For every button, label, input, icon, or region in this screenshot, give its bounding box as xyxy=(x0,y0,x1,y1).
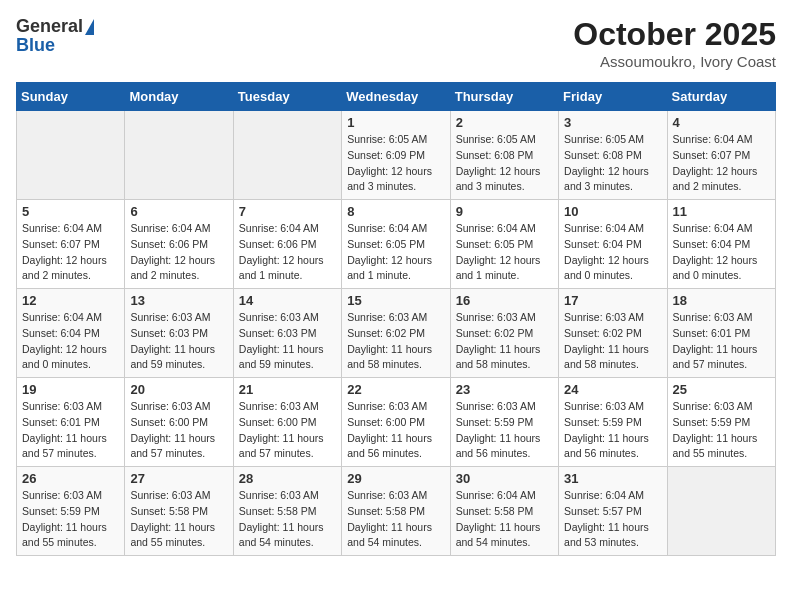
calendar-cell: 3Sunrise: 6:05 AM Sunset: 6:08 PM Daylig… xyxy=(559,111,667,200)
calendar-cell: 2Sunrise: 6:05 AM Sunset: 6:08 PM Daylig… xyxy=(450,111,558,200)
day-number: 24 xyxy=(564,382,661,397)
calendar-cell: 25Sunrise: 6:03 AM Sunset: 5:59 PM Dayli… xyxy=(667,378,775,467)
day-number: 10 xyxy=(564,204,661,219)
day-info: Sunrise: 6:03 AM Sunset: 6:03 PM Dayligh… xyxy=(130,310,227,373)
day-number: 27 xyxy=(130,471,227,486)
day-number: 22 xyxy=(347,382,444,397)
weekday-header: Tuesday xyxy=(233,83,341,111)
day-info: Sunrise: 6:04 AM Sunset: 6:07 PM Dayligh… xyxy=(22,221,119,284)
day-info: Sunrise: 6:03 AM Sunset: 6:00 PM Dayligh… xyxy=(347,399,444,462)
calendar-week-row: 1Sunrise: 6:05 AM Sunset: 6:09 PM Daylig… xyxy=(17,111,776,200)
day-number: 13 xyxy=(130,293,227,308)
day-info: Sunrise: 6:05 AM Sunset: 6:08 PM Dayligh… xyxy=(456,132,553,195)
day-info: Sunrise: 6:04 AM Sunset: 6:06 PM Dayligh… xyxy=(239,221,336,284)
day-info: Sunrise: 6:04 AM Sunset: 6:05 PM Dayligh… xyxy=(347,221,444,284)
calendar-cell: 8Sunrise: 6:04 AM Sunset: 6:05 PM Daylig… xyxy=(342,200,450,289)
month-title: October 2025 xyxy=(573,16,776,53)
day-info: Sunrise: 6:03 AM Sunset: 5:59 PM Dayligh… xyxy=(564,399,661,462)
calendar-week-row: 26Sunrise: 6:03 AM Sunset: 5:59 PM Dayli… xyxy=(17,467,776,556)
calendar-cell: 12Sunrise: 6:04 AM Sunset: 6:04 PM Dayli… xyxy=(17,289,125,378)
calendar-cell: 15Sunrise: 6:03 AM Sunset: 6:02 PM Dayli… xyxy=(342,289,450,378)
weekday-header: Friday xyxy=(559,83,667,111)
calendar-cell: 9Sunrise: 6:04 AM Sunset: 6:05 PM Daylig… xyxy=(450,200,558,289)
calendar-cell: 22Sunrise: 6:03 AM Sunset: 6:00 PM Dayli… xyxy=(342,378,450,467)
calendar-cell xyxy=(125,111,233,200)
calendar-week-row: 19Sunrise: 6:03 AM Sunset: 6:01 PM Dayli… xyxy=(17,378,776,467)
day-number: 3 xyxy=(564,115,661,130)
day-info: Sunrise: 6:05 AM Sunset: 6:09 PM Dayligh… xyxy=(347,132,444,195)
day-number: 19 xyxy=(22,382,119,397)
page-header: General Blue October 2025 Assoumoukro, I… xyxy=(16,16,776,70)
logo-arrow-icon xyxy=(85,19,94,35)
day-number: 6 xyxy=(130,204,227,219)
day-number: 11 xyxy=(673,204,770,219)
day-info: Sunrise: 6:03 AM Sunset: 6:01 PM Dayligh… xyxy=(673,310,770,373)
day-number: 31 xyxy=(564,471,661,486)
location-subtitle: Assoumoukro, Ivory Coast xyxy=(573,53,776,70)
calendar-cell: 21Sunrise: 6:03 AM Sunset: 6:00 PM Dayli… xyxy=(233,378,341,467)
logo: General Blue xyxy=(16,16,94,56)
calendar-cell: 23Sunrise: 6:03 AM Sunset: 5:59 PM Dayli… xyxy=(450,378,558,467)
calendar-cell: 14Sunrise: 6:03 AM Sunset: 6:03 PM Dayli… xyxy=(233,289,341,378)
calendar-cell: 27Sunrise: 6:03 AM Sunset: 5:58 PM Dayli… xyxy=(125,467,233,556)
day-info: Sunrise: 6:03 AM Sunset: 5:59 PM Dayligh… xyxy=(673,399,770,462)
day-number: 20 xyxy=(130,382,227,397)
calendar-cell: 11Sunrise: 6:04 AM Sunset: 6:04 PM Dayli… xyxy=(667,200,775,289)
calendar-week-row: 5Sunrise: 6:04 AM Sunset: 6:07 PM Daylig… xyxy=(17,200,776,289)
day-info: Sunrise: 6:05 AM Sunset: 6:08 PM Dayligh… xyxy=(564,132,661,195)
logo-blue-text: Blue xyxy=(16,35,55,56)
calendar-cell: 26Sunrise: 6:03 AM Sunset: 5:59 PM Dayli… xyxy=(17,467,125,556)
calendar-header-row: SundayMondayTuesdayWednesdayThursdayFrid… xyxy=(17,83,776,111)
day-info: Sunrise: 6:04 AM Sunset: 5:58 PM Dayligh… xyxy=(456,488,553,551)
calendar-cell: 18Sunrise: 6:03 AM Sunset: 6:01 PM Dayli… xyxy=(667,289,775,378)
day-number: 15 xyxy=(347,293,444,308)
day-info: Sunrise: 6:03 AM Sunset: 5:59 PM Dayligh… xyxy=(456,399,553,462)
day-number: 4 xyxy=(673,115,770,130)
calendar-cell: 7Sunrise: 6:04 AM Sunset: 6:06 PM Daylig… xyxy=(233,200,341,289)
weekday-header: Thursday xyxy=(450,83,558,111)
day-info: Sunrise: 6:04 AM Sunset: 6:06 PM Dayligh… xyxy=(130,221,227,284)
title-area: October 2025 Assoumoukro, Ivory Coast xyxy=(573,16,776,70)
day-info: Sunrise: 6:04 AM Sunset: 6:07 PM Dayligh… xyxy=(673,132,770,195)
day-info: Sunrise: 6:03 AM Sunset: 6:00 PM Dayligh… xyxy=(239,399,336,462)
weekday-header: Wednesday xyxy=(342,83,450,111)
day-number: 30 xyxy=(456,471,553,486)
day-number: 26 xyxy=(22,471,119,486)
day-info: Sunrise: 6:03 AM Sunset: 6:03 PM Dayligh… xyxy=(239,310,336,373)
day-info: Sunrise: 6:04 AM Sunset: 5:57 PM Dayligh… xyxy=(564,488,661,551)
day-number: 21 xyxy=(239,382,336,397)
calendar-table: SundayMondayTuesdayWednesdayThursdayFrid… xyxy=(16,82,776,556)
calendar-cell: 28Sunrise: 6:03 AM Sunset: 5:58 PM Dayli… xyxy=(233,467,341,556)
day-number: 16 xyxy=(456,293,553,308)
day-number: 23 xyxy=(456,382,553,397)
calendar-cell: 30Sunrise: 6:04 AM Sunset: 5:58 PM Dayli… xyxy=(450,467,558,556)
logo-general-text: General xyxy=(16,16,83,37)
day-number: 12 xyxy=(22,293,119,308)
day-number: 8 xyxy=(347,204,444,219)
calendar-cell: 24Sunrise: 6:03 AM Sunset: 5:59 PM Dayli… xyxy=(559,378,667,467)
day-number: 18 xyxy=(673,293,770,308)
day-number: 17 xyxy=(564,293,661,308)
calendar-cell: 4Sunrise: 6:04 AM Sunset: 6:07 PM Daylig… xyxy=(667,111,775,200)
day-number: 9 xyxy=(456,204,553,219)
calendar-week-row: 12Sunrise: 6:04 AM Sunset: 6:04 PM Dayli… xyxy=(17,289,776,378)
day-number: 5 xyxy=(22,204,119,219)
weekday-header: Monday xyxy=(125,83,233,111)
day-info: Sunrise: 6:03 AM Sunset: 5:59 PM Dayligh… xyxy=(22,488,119,551)
day-number: 29 xyxy=(347,471,444,486)
calendar-cell: 20Sunrise: 6:03 AM Sunset: 6:00 PM Dayli… xyxy=(125,378,233,467)
calendar-cell: 6Sunrise: 6:04 AM Sunset: 6:06 PM Daylig… xyxy=(125,200,233,289)
day-info: Sunrise: 6:03 AM Sunset: 5:58 PM Dayligh… xyxy=(239,488,336,551)
calendar-cell: 29Sunrise: 6:03 AM Sunset: 5:58 PM Dayli… xyxy=(342,467,450,556)
calendar-cell xyxy=(667,467,775,556)
calendar-cell: 5Sunrise: 6:04 AM Sunset: 6:07 PM Daylig… xyxy=(17,200,125,289)
calendar-cell: 31Sunrise: 6:04 AM Sunset: 5:57 PM Dayli… xyxy=(559,467,667,556)
calendar-cell: 10Sunrise: 6:04 AM Sunset: 6:04 PM Dayli… xyxy=(559,200,667,289)
day-info: Sunrise: 6:03 AM Sunset: 5:58 PM Dayligh… xyxy=(130,488,227,551)
day-info: Sunrise: 6:04 AM Sunset: 6:05 PM Dayligh… xyxy=(456,221,553,284)
day-number: 2 xyxy=(456,115,553,130)
calendar-cell: 16Sunrise: 6:03 AM Sunset: 6:02 PM Dayli… xyxy=(450,289,558,378)
day-info: Sunrise: 6:04 AM Sunset: 6:04 PM Dayligh… xyxy=(564,221,661,284)
day-info: Sunrise: 6:03 AM Sunset: 5:58 PM Dayligh… xyxy=(347,488,444,551)
day-number: 25 xyxy=(673,382,770,397)
